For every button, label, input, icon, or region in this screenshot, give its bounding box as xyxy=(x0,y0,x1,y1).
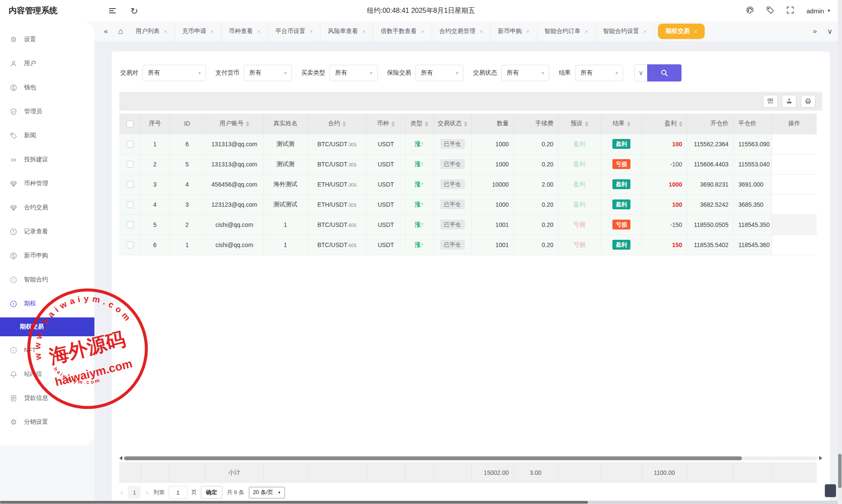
sidebar-item-9[interactable]: 记录查看 xyxy=(0,220,94,244)
tabs-scroll-right-icon[interactable]: » xyxy=(808,21,822,41)
goto-confirm-button[interactable]: 确定 xyxy=(201,486,222,499)
column-header-4[interactable]: 用户账号 xyxy=(205,114,264,134)
sidebar-item-12[interactable]: 期权 xyxy=(0,292,94,316)
tab-close-icon[interactable]: × xyxy=(526,28,530,35)
sort-icon[interactable] xyxy=(585,121,588,127)
scroll-right-arrow-icon[interactable] xyxy=(819,456,822,460)
filter-select-4[interactable]: 所有▼ xyxy=(415,65,463,81)
filter-select-2[interactable]: 所有▼ xyxy=(244,65,292,81)
tab-9[interactable]: 智能合约订单× xyxy=(537,21,596,41)
tag-icon[interactable] xyxy=(766,6,774,15)
tab-11[interactable]: 期权交易× xyxy=(658,24,705,39)
tabs-list: 用户列表×充币申请×币种查看×平台币设置×风险率查看×倍数手数查看×合约交易管理… xyxy=(128,21,808,41)
sidebar-item-14[interactable]: NFT xyxy=(0,338,94,362)
row-checkbox[interactable] xyxy=(127,241,133,248)
horizontal-scrollbar-thumb[interactable] xyxy=(0,501,588,504)
sort-icon[interactable] xyxy=(246,121,249,127)
filter-select-6[interactable]: 所有▼ xyxy=(575,65,623,81)
sort-icon[interactable] xyxy=(464,121,467,127)
tab-6[interactable]: 倍数手数查看× xyxy=(373,21,432,41)
tab-5[interactable]: 风险率查看× xyxy=(321,21,373,41)
column-header-9[interactable]: 交易状态 xyxy=(433,114,471,134)
column-settings-button[interactable] xyxy=(763,95,778,108)
page-size-select[interactable]: 20 条/页 ▼ xyxy=(249,487,285,498)
vertical-scrollbar-thumb[interactable] xyxy=(838,454,842,488)
sidebar-item-10[interactable]: 新币申购 xyxy=(0,244,94,268)
sort-icon[interactable] xyxy=(342,121,346,127)
export-button[interactable] xyxy=(782,95,797,108)
scrollbar-thumb[interactable] xyxy=(124,456,742,460)
tab-close-icon[interactable]: × xyxy=(164,28,167,35)
tab-4[interactable]: 平台币设置× xyxy=(268,21,321,41)
tab-10[interactable]: 智能合约设置× xyxy=(596,21,654,41)
search-button[interactable] xyxy=(647,64,681,81)
tab-close-icon[interactable]: × xyxy=(421,28,424,35)
sidebar-item-7[interactable]: 币种管理 xyxy=(0,172,94,196)
goto-page-input[interactable] xyxy=(169,486,188,499)
column-header-12[interactable]: 预设 xyxy=(558,114,601,134)
tab-7[interactable]: 合约交易管理× xyxy=(432,21,491,41)
theme-palette-icon[interactable] xyxy=(746,6,754,15)
tab-close-icon[interactable]: × xyxy=(362,28,366,35)
back-to-top-button[interactable] xyxy=(825,484,836,497)
collapse-filters-button[interactable]: ∨ xyxy=(634,64,647,81)
column-header-8[interactable]: 类型 xyxy=(405,114,433,134)
tab-close-icon[interactable]: × xyxy=(643,28,647,35)
sidebar-item-11[interactable]: 智能合约 xyxy=(0,268,94,292)
sort-icon[interactable] xyxy=(679,121,682,127)
tabs-menu-icon[interactable]: ∨ xyxy=(822,21,838,41)
row-checkbox[interactable] xyxy=(127,141,133,148)
row-checkbox[interactable] xyxy=(127,221,133,228)
sidebar-item-17[interactable]: ⚙分销设置 xyxy=(0,410,94,434)
sort-icon[interactable] xyxy=(627,121,630,127)
caret-down-icon: ▼ xyxy=(369,71,373,75)
sidebar-item-16[interactable]: 贷款信息 xyxy=(0,386,94,410)
select-caret-icon: ▼ xyxy=(278,491,281,495)
column-header-14[interactable]: 盈利 xyxy=(642,114,687,134)
row-checkbox[interactable] xyxy=(127,161,133,168)
prev-page-icon[interactable]: ‹ xyxy=(119,489,124,496)
sidebar-item-8[interactable]: 合约交易 xyxy=(0,196,94,220)
tab-close-icon[interactable]: × xyxy=(694,28,697,35)
tab-2[interactable]: 充币申请× xyxy=(175,21,222,41)
page-number-button[interactable]: 1 xyxy=(128,486,141,499)
tab-close-icon[interactable]: × xyxy=(310,28,313,35)
tab-close-icon[interactable]: × xyxy=(211,28,214,35)
tab-close-icon[interactable]: × xyxy=(257,28,260,35)
sidebar-item-1[interactable]: ⚙设置 xyxy=(0,27,94,51)
column-header-13[interactable]: 结果 xyxy=(601,114,642,134)
sidebar-item-2[interactable]: 用户 xyxy=(0,51,94,75)
tab-3[interactable]: 币种查看× xyxy=(221,21,268,41)
row-checkbox[interactable] xyxy=(127,181,133,188)
sidebar-item-15[interactable]: 站内信 xyxy=(0,362,94,386)
column-header-7[interactable]: 币种 xyxy=(366,114,405,134)
menu-fold-icon[interactable] xyxy=(109,7,116,15)
tabs-scroll-left-icon[interactable]: « xyxy=(99,21,113,41)
tab-close-icon[interactable]: × xyxy=(585,28,588,35)
select-all-checkbox[interactable] xyxy=(127,121,133,127)
user-menu[interactable]: admin ▼ xyxy=(806,7,831,15)
filter-select-3[interactable]: 所有▼ xyxy=(330,65,378,81)
filter-select-5[interactable]: 所有▼ xyxy=(501,65,549,81)
window-vertical-scrollbar[interactable] xyxy=(838,0,842,501)
column-header-6[interactable]: 合约 xyxy=(307,114,366,134)
tab-8[interactable]: 新币申购× xyxy=(491,21,537,41)
sort-icon[interactable] xyxy=(425,121,428,127)
row-checkbox[interactable] xyxy=(127,201,133,208)
sidebar-item-6[interactable]: ∞投拆建议 xyxy=(0,148,94,172)
fullscreen-icon[interactable] xyxy=(786,6,794,15)
tab-1[interactable]: 用户列表× xyxy=(128,21,175,41)
sort-icon[interactable] xyxy=(391,121,395,127)
sidebar-item-5[interactable]: 新闻 xyxy=(0,124,94,148)
filter-select-1[interactable]: 所有▼ xyxy=(142,65,206,81)
print-button[interactable] xyxy=(801,95,815,108)
home-icon[interactable]: ⌂ xyxy=(113,21,128,41)
window-horizontal-scrollbar[interactable] xyxy=(0,501,838,504)
sidebar-item-4[interactable]: 管理员 xyxy=(0,100,94,124)
sidebar-subitem-option-trade[interactable]: 期权交易 xyxy=(0,317,94,336)
tab-close-icon[interactable]: × xyxy=(480,28,483,35)
scroll-left-arrow-icon[interactable] xyxy=(119,456,122,460)
refresh-icon[interactable]: ↻ xyxy=(130,6,138,15)
sidebar-item-3[interactable]: 钱包 xyxy=(0,75,94,100)
next-page-icon[interactable]: › xyxy=(145,489,149,496)
